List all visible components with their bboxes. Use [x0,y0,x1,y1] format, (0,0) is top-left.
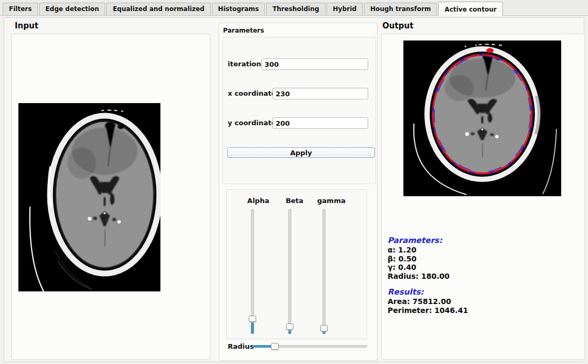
output-results-block: Parameters: α: 1.20 β: 0.50 γ: 0.40 Radi… [388,236,566,315]
gamma-slider-label: gamma [317,197,346,205]
alpha-slider-fill [251,322,254,334]
input-panel-title: Input [15,21,38,31]
alpha-value-line: α: 1.20 [388,246,566,255]
gamma-slider-fill [322,332,326,334]
sliders-box [226,189,367,339]
tab-edge-detection[interactable]: Edge detection [39,3,105,15]
beta-slider-thumb[interactable] [286,323,293,330]
alpha-slider-thumb[interactable] [249,316,256,322]
tab-active-contour[interactable]: Active contour [438,2,503,16]
tab-hough-transform[interactable]: Hough transform [364,3,437,15]
perimeter-value-line: Perimeter: 1046.41 [388,306,566,315]
beta-slider-label: Beta [286,197,303,205]
tab-thresholding[interactable]: Thresholding [266,3,326,15]
alpha-slider-label: Alpha [247,197,269,205]
beta-slider-fill [288,330,291,334]
input-brain-ct-image [18,103,160,291]
beta-value-line: β: 0.50 [388,255,566,264]
x-coordinates-input[interactable] [272,88,368,99]
gamma-value-line: γ: 0.40 [388,263,566,272]
tab-filters[interactable]: Filters [3,3,38,15]
y-coordinates-input[interactable] [272,117,368,129]
parameters-heading: Parameters: [388,236,566,245]
radius-value-line: Radius: 180.00 [388,272,566,281]
parameters-group-title: Parameters [223,27,264,34]
iterations-label: iterations [228,58,265,70]
output-brain-ct-image [403,41,561,196]
radius-slider-thumb[interactable] [271,343,279,350]
radius-slider-label: Radius [228,342,254,350]
tab-hybrid[interactable]: Hybrid [327,3,363,15]
area-value-line: Area: 75812.00 [388,297,566,306]
gamma-slider-track[interactable] [322,209,326,334]
apply-button[interactable]: Apply [227,147,375,158]
tab-bar: Filters Edge detection Equalized and nor… [0,0,588,16]
results-heading: Results: [388,287,566,297]
beta-slider-track[interactable] [288,209,291,334]
gamma-slider-thumb[interactable] [320,325,328,331]
tab-histograms[interactable]: Histograms [212,3,266,15]
output-panel-title: Output [382,21,413,31]
iterations-input[interactable] [261,58,368,70]
tab-equalized-and-normalized[interactable]: Equalized and normalized [106,3,210,15]
